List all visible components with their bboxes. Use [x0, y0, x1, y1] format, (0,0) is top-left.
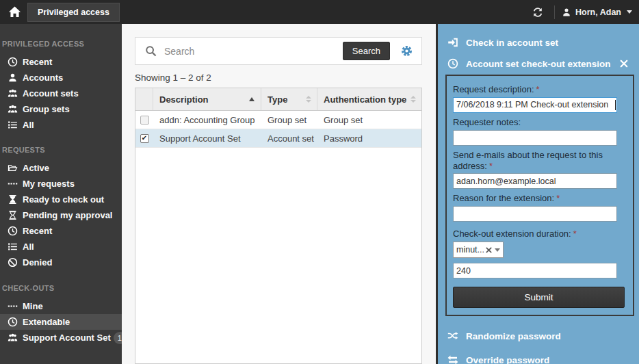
refresh-button[interactable] — [528, 4, 547, 21]
sidebar-item-all-access[interactable]: All — [0, 117, 122, 133]
sidebar-item-label: Account sets — [23, 88, 79, 99]
field-label: Requester notes: — [453, 117, 626, 128]
sidebar-item-extendable[interactable]: Extendable — [0, 314, 122, 330]
override-password-action[interactable]: Override password — [438, 351, 639, 364]
field-label: Send e-mails about the request to this a… — [453, 150, 621, 172]
grid-header: Description Type Authentication type — [135, 88, 421, 111]
users-icon — [7, 333, 18, 343]
search-icon — [145, 45, 157, 57]
text-cursor — [615, 100, 616, 110]
sidebar-item-support-account-set[interactable]: Support Account Set 1 — [0, 330, 122, 346]
sidebar-item-accounts[interactable]: Accounts — [0, 70, 122, 86]
users-icon — [7, 88, 18, 99]
field-label: Reason for the extension:* — [453, 193, 626, 204]
chevron-down-icon — [627, 10, 632, 14]
search-settings-button[interactable] — [399, 44, 414, 59]
clock-icon — [7, 226, 18, 237]
column-header-type[interactable]: Type — [261, 88, 317, 110]
sidebar-item-recent-requests[interactable]: Recent — [0, 223, 122, 239]
action-label: Check in account set — [466, 38, 558, 48]
column-header-description[interactable]: Description — [153, 88, 261, 110]
sidebar-item-ready-to-check-out[interactable]: Ready to check out — [0, 192, 122, 207]
main-content: Search Showing 1 – 2 of 2 Description Ty… — [122, 24, 436, 364]
clock-icon — [447, 58, 460, 69]
duration-value-field[interactable] — [453, 263, 617, 278]
close-icon — [620, 60, 628, 68]
section-title-privileged-access: PRIVILEGED ACCESS — [0, 38, 122, 49]
user-menu[interactable]: Horn, Adan — [562, 8, 632, 17]
required-marker: * — [489, 161, 493, 171]
topbar-right: Horn, Adan — [528, 4, 632, 21]
user-icon — [562, 8, 571, 17]
topbar-divider — [554, 5, 555, 19]
request-description-field[interactable] — [453, 97, 617, 113]
row-checkbox[interactable]: ✔ — [140, 134, 149, 143]
check-in-account-set-action[interactable]: Check in account set — [438, 34, 639, 51]
chevron-down-icon — [495, 248, 500, 252]
email-field[interactable] — [453, 173, 617, 189]
reason-field[interactable] — [453, 206, 617, 222]
sidebar-item-label: Accounts — [23, 73, 63, 83]
ellipsis-icon — [7, 301, 18, 312]
search-input[interactable] — [164, 46, 343, 57]
sidebar-item-group-sets[interactable]: Group sets — [0, 101, 122, 117]
tab-privileged-access[interactable]: Privileged access — [27, 3, 120, 22]
results-summary: Showing 1 – 2 of 2 — [135, 73, 422, 83]
shuffle-icon — [447, 330, 460, 341]
top-bar: Privileged access Horn, Adan — [0, 0, 639, 24]
table-row[interactable]: addn: Accounting Group Group set Group s… — [135, 111, 421, 129]
list-icon — [7, 242, 18, 252]
clock-icon — [7, 57, 18, 68]
sidebar-item-my-requests[interactable]: My requests — [0, 176, 122, 192]
column-header-authentication-type[interactable]: Authentication type — [317, 88, 421, 110]
sidebar: PRIVILEGED ACCESS Recent Accounts Accoun… — [0, 24, 122, 364]
sidebar-item-label: Mine — [23, 301, 43, 311]
field-label: Check-out extension duration:* — [453, 229, 626, 239]
required-marker: * — [573, 229, 577, 239]
sidebar-item-active[interactable]: Active — [0, 160, 122, 176]
column-header-label: Description — [159, 94, 209, 105]
sidebar-item-all-requests[interactable]: All — [0, 239, 122, 255]
request-description-wrap — [453, 97, 617, 113]
action-label: Randomize password — [466, 331, 561, 341]
requester-notes-field[interactable] — [453, 130, 617, 146]
sidebar-item-label: Active — [23, 163, 49, 173]
app-window: Privileged access Horn, Adan PRIVILEGED … — [0, 0, 639, 364]
clear-selection-icon[interactable] — [486, 247, 492, 253]
row-checkbox[interactable] — [140, 116, 149, 125]
sidebar-item-pending-my-approval[interactable]: Pending my approval — [0, 207, 122, 223]
randomize-password-action[interactable]: Randomize password — [438, 327, 639, 345]
sidebar-item-mine[interactable]: Mine — [0, 298, 122, 314]
list-icon — [7, 120, 18, 131]
search-button[interactable]: Search — [343, 42, 390, 60]
folder-open-icon — [7, 163, 18, 174]
sidebar-item-recent[interactable]: Recent — [0, 54, 122, 70]
ellipsis-icon — [7, 179, 18, 190]
cell-description: addn: Accounting Group — [153, 115, 261, 125]
clock-icon — [7, 317, 18, 328]
section-title-requests: REQUESTS — [0, 144, 122, 155]
results-grid: Description Type Authentication type — [135, 88, 422, 364]
action-panel: Check in account set Account set check-o… — [436, 24, 639, 364]
home-button[interactable] — [5, 3, 23, 21]
search-bar: Search — [135, 37, 422, 65]
users-icon — [7, 104, 18, 115]
gear-icon — [400, 44, 413, 57]
hourglass-outline-icon — [7, 210, 18, 221]
row-checkbox-cell — [135, 116, 153, 125]
duration-unit-select[interactable]: minut... — [453, 242, 504, 258]
sidebar-item-denied[interactable]: Denied — [0, 255, 122, 270]
sidebar-item-label: All — [23, 120, 34, 130]
sign-in-icon — [447, 37, 460, 48]
sort-ascending-icon — [249, 97, 255, 101]
submit-button[interactable]: Submit — [453, 287, 625, 308]
close-button[interactable] — [618, 58, 629, 69]
ban-icon — [7, 257, 18, 268]
column-header-label: Type — [268, 94, 287, 105]
table-row[interactable]: ✔ Support Account Set Account set Passwo… — [135, 129, 421, 148]
sidebar-item-label: Pending my approval — [23, 210, 112, 220]
cell-authentication-type: Group set — [317, 115, 421, 125]
sidebar-item-label: Ready to check out — [23, 194, 104, 205]
count-badge: 1 — [114, 332, 122, 344]
sidebar-item-account-sets[interactable]: Account sets — [0, 86, 122, 101]
